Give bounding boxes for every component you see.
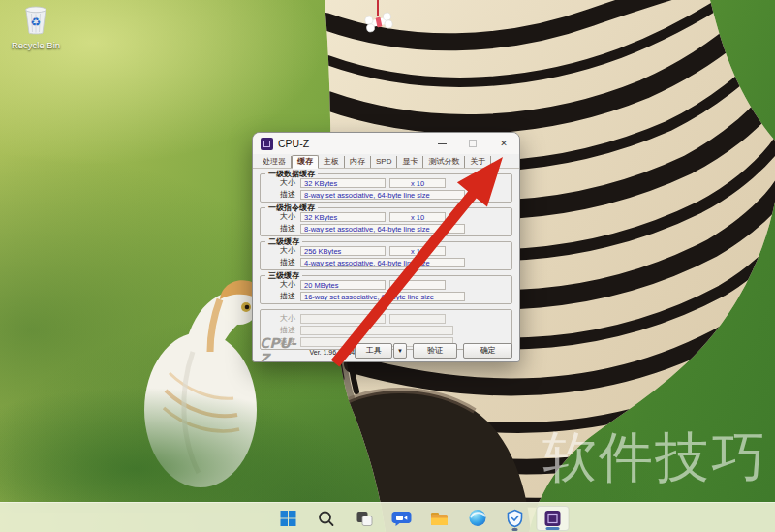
tab-spd[interactable]: SPD [371, 156, 397, 168]
ok-button[interactable]: 确定 [463, 343, 512, 359]
tab-graphics[interactable]: 显卡 [397, 156, 423, 168]
maximize-button[interactable] [457, 133, 488, 154]
descriptor-field[interactable]: 16-way set associative, 64-byte line siz… [300, 292, 465, 301]
l2-cache-group: 二级缓存 大小 256 KBytes x 10 描述 4-way set ass… [260, 241, 512, 270]
tab-cache[interactable]: 缓存 [292, 155, 319, 169]
cpuz-logo: CPU-Z [260, 335, 305, 363]
descriptor-label: 描述 [265, 223, 300, 234]
minimize-button[interactable] [426, 133, 457, 154]
window-title: CPU-Z [278, 138, 426, 149]
size-label: 大小 [265, 245, 300, 256]
file-explorer-button[interactable] [423, 506, 456, 531]
title-bar[interactable]: CPU-Z ✕ [253, 133, 519, 154]
descriptor-label: 描述 [265, 257, 300, 267]
group-title: 一级数据缓存 [265, 170, 318, 178]
multiplier-field[interactable]: x 10 [389, 212, 446, 222]
version-text: Ver. 1.96.1.x64 [310, 349, 356, 356]
tab-bench[interactable]: 测试分数 [423, 156, 465, 168]
group-title: 一级指令缓存 [265, 203, 318, 212]
tab-bar: 处理器 缓存 主板 内存 SPD 显卡 测试分数 关于 [253, 154, 519, 169]
tab-processor[interactable]: 处理器 [258, 156, 292, 168]
active-indicator [546, 527, 560, 530]
descriptor-label: 描述 [265, 325, 300, 335]
foreground-grass [0, 387, 349, 513]
search-icon [317, 509, 336, 528]
tab-about[interactable]: 关于 [465, 156, 491, 168]
multiplier-field-empty [389, 314, 446, 324]
cache-panel: 一级数据缓存 大小 32 KBytes x 10 描述 8-way set as… [253, 173, 519, 350]
chat-icon [391, 509, 413, 528]
descriptor-label: 描述 [265, 291, 300, 301]
desktop: ♻ Recycle Bin 软件技巧 CPU-Z ✕ 处理器 缓存 主板 内存 … [0, 0, 775, 532]
size-label: 大小 [265, 177, 300, 188]
size-label: 大小 [265, 313, 300, 324]
tools-dropdown-button[interactable]: ▼ [393, 343, 407, 359]
group-title: 二级缓存 [265, 237, 302, 246]
tools-button[interactable]: 工具 [355, 343, 392, 359]
multiplier-field[interactable] [389, 280, 446, 290]
cpuz-app-icon [261, 138, 273, 150]
edge-icon [467, 508, 487, 528]
file-explorer-icon [429, 509, 450, 528]
start-button[interactable] [272, 506, 305, 531]
descriptor-field[interactable]: 4-way set associative, 64-byte line size [300, 258, 465, 267]
multiplier-field[interactable]: x 10 [389, 178, 446, 188]
security-shield-button[interactable] [499, 506, 532, 531]
descriptor-field[interactable]: 8-way set associative, 64-byte line size [300, 190, 465, 200]
size-label: 大小 [265, 211, 300, 222]
l1-inst-cache-group: 一级指令缓存 大小 32 KBytes x 10 描述 8-way set as… [260, 207, 512, 236]
watermark-text: 软件技巧 [542, 422, 767, 495]
size-field[interactable]: 32 KBytes [300, 212, 386, 222]
edge-browser-button[interactable] [461, 506, 494, 531]
descriptor-label: 描述 [265, 189, 300, 200]
cpuz-taskbar-icon [542, 508, 564, 529]
taskbar [0, 502, 775, 532]
chat-button[interactable] [386, 506, 418, 531]
recycle-bin-shortcut[interactable]: ♻ Recycle Bin [6, 6, 66, 50]
svg-text:♻: ♻ [31, 16, 42, 29]
size-field-empty [300, 314, 386, 324]
tab-mainboard[interactable]: 主板 [319, 156, 345, 168]
shield-icon [505, 508, 526, 529]
tab-memory[interactable]: 内存 [345, 156, 371, 168]
validate-button[interactable]: 验证 [413, 343, 458, 359]
task-view-button[interactable] [348, 506, 381, 531]
search-button[interactable] [310, 506, 343, 531]
size-field[interactable]: 20 MBytes [300, 280, 386, 290]
recycle-bin-icon: ♻ [23, 6, 48, 35]
windows-start-icon [279, 509, 298, 528]
multiplier-field[interactable]: x 10 [389, 246, 446, 256]
descriptor-field[interactable]: 8-way set associative, 64-byte line size [300, 224, 465, 234]
recycle-bin-label: Recycle Bin [6, 40, 66, 50]
descriptor-field-empty [300, 326, 453, 335]
cpuz-window: CPU-Z ✕ 处理器 缓存 主板 内存 SPD 显卡 测试分数 关于 一级数据… [252, 132, 520, 362]
size-field[interactable]: 256 KBytes [300, 246, 386, 256]
size-field[interactable]: 32 KBytes [300, 178, 386, 188]
cpuz-taskbar-button[interactable] [537, 506, 570, 531]
l3-cache-group: 三级缓存 大小 20 MBytes 描述 16-way set associat… [260, 275, 512, 304]
running-indicator [512, 528, 518, 531]
l1-data-cache-group: 一级数据缓存 大小 32 KBytes x 10 描述 8-way set as… [260, 173, 512, 203]
task-view-icon [354, 508, 374, 528]
window-footer: CPU-Z Ver. 1.96.1.x64 工具 ▼ 验证 确定 [253, 339, 519, 361]
size-label: 大小 [265, 279, 300, 290]
group-title: 三级缓存 [265, 271, 302, 280]
close-button[interactable]: ✕ [488, 133, 519, 154]
